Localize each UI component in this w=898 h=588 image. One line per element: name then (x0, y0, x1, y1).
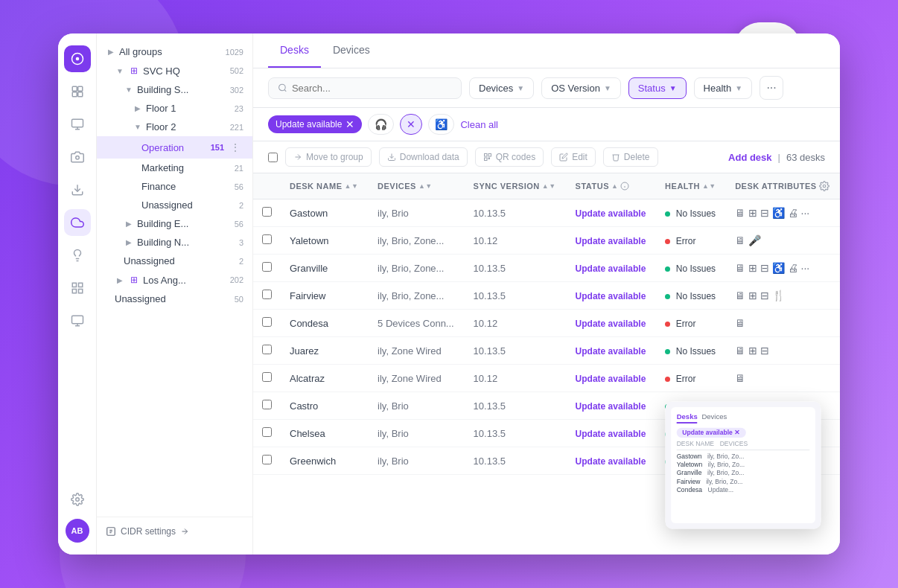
cidr-settings-link[interactable]: CIDR settings (106, 526, 243, 537)
row-checkbox[interactable] (262, 317, 272, 327)
health-text-value: Error (676, 319, 696, 329)
desk-attrs-icons: 🖥 (735, 372, 831, 384)
tab-devices[interactable]: Devices (321, 33, 382, 68)
row-checkbox[interactable] (262, 372, 272, 382)
unassigned-f2-label: Unassigned (141, 199, 236, 211)
floor2-arrow: ▼ (133, 122, 143, 132)
os-version-filter[interactable]: OS Version ▼ (541, 77, 621, 99)
edit-button[interactable]: Edit (551, 147, 596, 167)
user-avatar[interactable]: AB (66, 519, 89, 543)
sync-version-cell: 10.13.5 (465, 392, 567, 420)
sidebar-item-building-s[interactable]: ▼ Building S... 302 (97, 80, 252, 99)
sidebar-item-finance[interactable]: Finance 56 (97, 177, 252, 196)
update-available-close-icon[interactable]: ✕ (345, 119, 354, 130)
sidebar-item-los-ang[interactable]: ▶ ⊞ Los Ang... 202 (97, 270, 252, 290)
os-chevron-icon: ▼ (604, 84, 611, 92)
desk-name-cell: Juarez (281, 337, 369, 365)
row-checkbox-cell (253, 282, 281, 310)
sidebar-item-unassigned-f2[interactable]: Unassigned 2 (97, 196, 252, 214)
add-desk-button[interactable]: Add desk (728, 152, 772, 163)
delete-button[interactable]: Delete (603, 147, 658, 167)
home-icon[interactable] (64, 45, 91, 72)
svg-point-18 (75, 498, 79, 502)
search-box (268, 77, 462, 99)
svg-rect-11 (72, 283, 76, 287)
sidebar-item-building-e[interactable]: ▶ Building E... 56 (97, 214, 252, 233)
row-checkbox[interactable] (262, 234, 272, 244)
expand-arrow: ▶ (106, 47, 116, 57)
accessibility-icon: ♿ (435, 118, 448, 130)
select-all-checkbox[interactable] (268, 153, 278, 162)
headphone-chip[interactable]: 🎧 (368, 114, 394, 135)
sidebar-item-building-n[interactable]: ▶ Building N... 3 (97, 233, 252, 252)
row-checkbox-cell (253, 337, 281, 365)
desk-attrs-settings-icon[interactable] (819, 181, 829, 191)
tab-desks[interactable]: Desks (268, 33, 321, 68)
sidebar-item-svc-hq[interactable]: ▼ ⊞ SVC HQ 502 (97, 61, 252, 80)
row-checkbox[interactable] (262, 207, 272, 217)
operation-menu[interactable]: ⋮ (227, 140, 243, 155)
delete-icon (611, 153, 620, 162)
desk-attributes-cell: 🖥 ⊞ ⊟ (726, 337, 840, 365)
sync-version-cell: 10.12 (465, 365, 567, 392)
sidebar-item-unassigned-root[interactable]: Unassigned 50 (97, 290, 252, 308)
status-cell: Update available (567, 447, 657, 475)
desk-name-cell: Yaletown (281, 227, 369, 255)
sidebar-item-floor2[interactable]: ▼ Floor 2 221 (97, 118, 252, 136)
los-ang-label: Los Ang... (143, 275, 227, 286)
health-cell: No Issues (656, 282, 726, 310)
devices-icon[interactable] (64, 111, 91, 138)
desk-attributes-cell: 🖥 ⊞ ⊟ ♿ 🖨 ··· (726, 255, 840, 282)
sidebar-item-all-groups[interactable]: ▶ All groups 1029 (97, 42, 252, 61)
row-checkbox[interactable] (262, 262, 272, 272)
sidebar-item-operation[interactable]: Operation 151 ⋮ (97, 136, 252, 159)
unassigned-f2-count: 2 (239, 201, 243, 210)
clean-all-button[interactable]: Clean all (460, 119, 498, 130)
health-filter[interactable]: Health ▼ (694, 77, 752, 99)
row-checkbox-cell (253, 365, 281, 392)
camera-icon[interactable] (64, 144, 91, 170)
sidebar-item-floor1[interactable]: ▶ Floor 1 23 (97, 99, 252, 118)
settings-icon[interactable] (64, 486, 91, 513)
row-checkbox[interactable] (262, 427, 272, 437)
cloud-icon[interactable] (64, 209, 91, 236)
grid-icon[interactable] (64, 275, 91, 301)
qr-codes-button[interactable]: QR codes (475, 147, 544, 167)
layers-icon[interactable] (64, 78, 91, 105)
download-icon[interactable] (64, 176, 91, 203)
sidebar-bottom: CIDR settings (97, 517, 252, 546)
desk-attributes-header: DESK ATTRIBUTES (726, 173, 840, 199)
unassigned-hq-label: Unassigned (124, 255, 236, 266)
row-checkbox[interactable] (262, 290, 272, 299)
close-chip[interactable]: ✕ (400, 114, 422, 135)
more-options-button[interactable]: ··· (760, 76, 783, 100)
row-checkbox[interactable] (262, 455, 272, 464)
health-cell: No Issues (656, 199, 726, 227)
status-filter[interactable]: Status ▼ (628, 77, 687, 99)
accessibility-chip[interactable]: ♿ (428, 114, 454, 135)
update-available-chip[interactable]: Update available ✕ (268, 115, 362, 133)
sidebar-item-marketing[interactable]: Marketing 21 (97, 159, 252, 177)
desk-name-header[interactable]: DESK NAME ▲▼ (281, 173, 369, 199)
building-n-arrow: ▶ (124, 237, 134, 248)
move-icon (293, 153, 302, 162)
status-header[interactable]: STATUS ▲ (567, 173, 657, 199)
sidebar-item-unassigned-hq[interactable]: Unassigned 2 (97, 252, 252, 270)
monitor-icon[interactable] (64, 307, 91, 334)
building-s-arrow: ▼ (124, 85, 134, 95)
update-available-chip-label: Update available (276, 119, 342, 130)
download-data-button[interactable]: Download data (379, 147, 468, 167)
table-row: Granville ily, Brio, Zone... 10.13.5 Upd… (253, 255, 840, 282)
desk-name-cell: Greenwich (281, 447, 369, 475)
devices-filter[interactable]: Devices ▼ (469, 77, 534, 99)
move-to-group-button[interactable]: Move to group (285, 147, 372, 167)
devices-header[interactable]: DEVICES ▲▼ (369, 173, 465, 199)
bulb-icon[interactable] (64, 242, 91, 269)
tabs-bar: Desks Devices (253, 33, 840, 68)
row-checkbox[interactable] (262, 345, 272, 354)
search-input[interactable] (292, 83, 452, 94)
status-value: Update available (576, 236, 646, 246)
health-header[interactable]: HEALTH ▲▼ (656, 173, 726, 199)
row-checkbox[interactable] (262, 400, 272, 409)
sync-version-header[interactable]: SYNC VERSION ▲▼ (465, 173, 567, 199)
